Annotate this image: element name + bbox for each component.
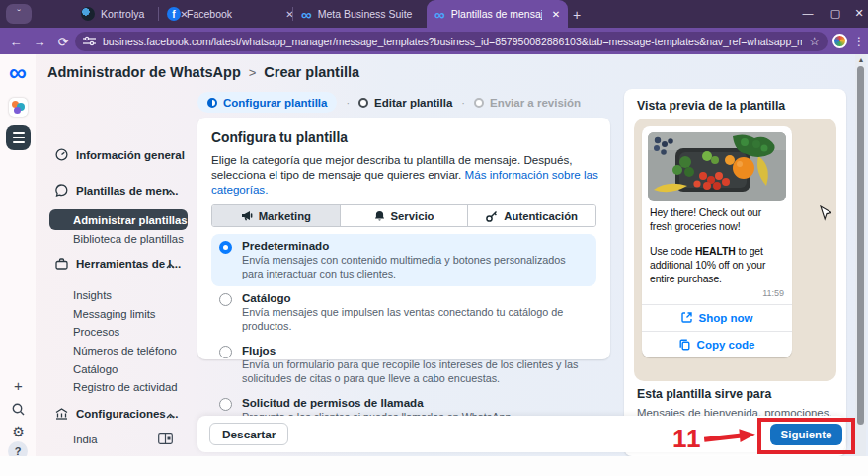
tab-title: Meta Business Suite: [318, 8, 413, 20]
message-line1: Hey there! Check out our fresh groceries…: [650, 206, 784, 233]
step-progress-icon: [358, 98, 368, 108]
sidebar-item-settings[interactable]: Configuraciones ...: [55, 408, 179, 420]
card-title: Configura tu plantilla: [211, 130, 596, 145]
template-serves-title: Esta plantilla sirve para: [637, 387, 771, 401]
whatsapp-chat-preview: Hey there! Check out our fresh groceries…: [634, 119, 836, 381]
tab-autenticacion[interactable]: Autenticación: [467, 205, 595, 226]
page-background: ∞ + ⚙ ? Administrador de WhatsApp > Crea…: [0, 54, 868, 456]
shop-now-button[interactable]: Shop now: [642, 304, 792, 331]
card-description: Elige la categoría que mejor describa tu…: [211, 152, 602, 197]
mouse-cursor-icon: [820, 205, 831, 222]
sidebar-item-phone-numbers[interactable]: Números de teléfono: [73, 345, 177, 357]
gear-icon[interactable]: ⚙: [10, 423, 27, 439]
breadcrumb-root[interactable]: Administrador de WhatsApp: [47, 64, 241, 80]
option-flujos[interactable]: Flujos Envía un formulario para que reco…: [211, 339, 596, 391]
bell-icon: [374, 210, 385, 222]
window-minimize-button[interactable]: —: [794, 0, 822, 26]
chevron-up-icon[interactable]: [166, 189, 175, 195]
template-preview-panel: Vista previa de la plantilla: [624, 89, 846, 456]
option-description: Envía un formulario para que recopile lo…: [242, 357, 587, 385]
tab-label: Servicio: [391, 210, 434, 222]
chevron-up-icon[interactable]: [166, 263, 175, 269]
option-catalogo[interactable]: Catálogo Envía mensajes que impulsen las…: [211, 286, 596, 339]
sidebar-item-manage-templates[interactable]: Administrar plantillas: [49, 209, 188, 230]
whatsapp-manager-app-icon[interactable]: [9, 98, 28, 117]
browser-profile-icon[interactable]: [832, 34, 847, 48]
address-bar[interactable]: business.facebook.com/latest/whatsapp_ma…: [75, 32, 828, 51]
discard-button[interactable]: Descartar: [209, 423, 288, 445]
annotation-step-number: 11: [672, 424, 702, 454]
bottom-strip: [0, 456, 868, 476]
sidebar-item-overview[interactable]: Información general: [55, 148, 185, 161]
page-scrollbar-thumb[interactable]: [857, 66, 864, 425]
keyboard-panel-icon[interactable]: [158, 433, 173, 444]
breadcrumb-separator: >: [249, 65, 257, 80]
radio-icon[interactable]: [219, 293, 232, 306]
forward-button[interactable]: →: [30, 32, 49, 51]
tab-search-button[interactable]: ˇ: [6, 4, 32, 24]
sidebar-item-templates[interactable]: Plantillas de men...: [55, 184, 179, 197]
radio-icon[interactable]: [219, 346, 232, 358]
tab-title: Kontrolya: [101, 8, 144, 20]
tab-meta-business-suite[interactable]: ∞ Meta Business Suite ✕: [301, 0, 440, 28]
template-type-options: Predeterminado Envía mensajes con conten…: [211, 234, 596, 430]
browser-menu-icon[interactable]: ⋮: [853, 32, 865, 51]
step-label: Enviar a revisión: [490, 97, 581, 109]
tab-servicio[interactable]: Servicio: [340, 205, 468, 226]
sidebar-item-label: Plantillas de men...: [76, 185, 179, 197]
step-submit-review: Enviar a revisión: [474, 97, 581, 109]
add-button[interactable]: +: [10, 377, 27, 394]
step-label: Editar plantilla: [374, 97, 452, 109]
sidebar-item-catalog[interactable]: Catálogo: [73, 363, 118, 375]
scrollbar-up-icon[interactable]: ▲: [857, 56, 865, 64]
site-info-icon[interactable]: [83, 36, 96, 46]
close-tab-icon[interactable]: ✕: [552, 9, 560, 20]
sidebar-item-insights[interactable]: Insights: [73, 289, 112, 301]
sidebar-item-tools[interactable]: Herramientas de l...: [55, 258, 181, 270]
gauge-icon: [55, 148, 68, 161]
sidebar-item-messaging-limits[interactable]: Messaging limits: [73, 308, 156, 320]
tab-separator: [158, 7, 159, 21]
meta-favicon-icon: ∞: [301, 7, 312, 22]
menu-hamburger-button[interactable]: [6, 125, 31, 150]
annotation-arrow-icon: [702, 428, 757, 445]
step-progress-icon: [207, 98, 217, 108]
new-tab-button[interactable]: +: [567, 5, 587, 25]
sidebar-item-label: Configuraciones ...: [76, 408, 179, 420]
url-text[interactable]: business.facebook.com/latest/whatsapp_ma…: [103, 36, 802, 47]
option-title: Solicitud de permisos de llamada: [242, 396, 511, 409]
radio-selected-icon[interactable]: [219, 241, 232, 254]
message-text: Hey there! Check out our fresh groceries…: [642, 201, 792, 286]
bookmark-star-icon[interactable]: ☆: [809, 35, 820, 48]
sidebar-item-activity-log[interactable]: Registro de actividad: [73, 381, 178, 393]
window-close-button[interactable]: ✕: [845, 0, 868, 26]
option-predeterminado[interactable]: Predeterminado Envía mensajes con conten…: [211, 234, 596, 286]
message-line2: Use code HEALTH to get additional 10% of…: [650, 245, 784, 285]
back-button[interactable]: ←: [6, 32, 26, 51]
option-title: Catálogo: [242, 291, 587, 304]
reload-button[interactable]: ⟳: [53, 32, 73, 51]
sidebar-item-label: Administrar plantillas: [73, 214, 188, 226]
tab-marketing[interactable]: Marketing: [212, 205, 340, 226]
radio-icon[interactable]: [219, 398, 232, 411]
copy-code-button[interactable]: Copy code: [642, 331, 792, 357]
meta-logo-icon[interactable]: ∞: [5, 62, 31, 84]
step-separator: ·: [346, 97, 350, 109]
promo-code: HEALTH: [695, 246, 736, 257]
tab-label: Marketing: [259, 210, 311, 222]
sidebar-item-processes[interactable]: Procesos: [73, 326, 119, 338]
step-edit-template[interactable]: Editar plantilla: [358, 97, 452, 109]
groceries-image: [648, 132, 786, 201]
meta-favicon-icon: ∞: [434, 7, 445, 22]
screen: ˇ Kontrolya ✕ f Facebook ✕ ∞ Meta Busine…: [0, 0, 868, 476]
step-progress-icon: [474, 98, 484, 108]
copy-icon: [679, 339, 690, 351]
chevron-up-icon[interactable]: [166, 413, 175, 419]
tab-facebook[interactable]: f Facebook ✕: [167, 0, 294, 28]
sidebar-item-template-library[interactable]: Biblioteca de plantillas: [73, 233, 184, 245]
tab-plantillas-active[interactable]: ∞ Plantillas de mensaje | Adminis ✕: [427, 0, 568, 28]
sidebar-item-account-india[interactable]: India: [73, 434, 98, 445]
step-configure-template[interactable]: Configurar plantilla: [197, 92, 337, 113]
search-icon[interactable]: [10, 401, 27, 418]
button-label: Copy code: [697, 339, 755, 351]
